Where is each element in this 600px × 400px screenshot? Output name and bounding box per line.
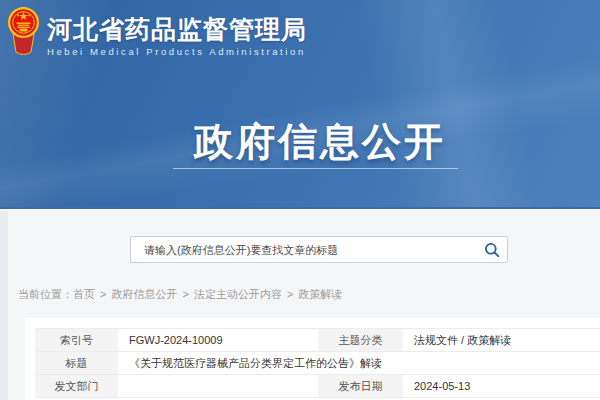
subject-category-value: 法规文件 / 政策解读 [403, 329, 600, 352]
subject-category-label: 主题分类 [318, 329, 403, 352]
issuing-department-value [118, 375, 318, 398]
index-number-label: 索引号 [35, 329, 118, 352]
breadcrumb-item-policy-interpretation: 政策解读 [298, 288, 342, 300]
breadcrumb-item-statutory-disclosure[interactable]: 法定主动公开内容 [194, 288, 282, 300]
document-info-table: 索引号 FGWJ-2024-10009 主题分类 法规文件 / 政策解读 标题 … [35, 328, 600, 398]
breadcrumb-separator: > [182, 288, 188, 300]
banner-title: 政府信息公开 [0, 115, 600, 169]
page: 河北省药品监督管理局 Hebei Medical Products Admini… [0, 0, 600, 400]
issuing-department-label: 发文部门 [35, 375, 118, 398]
page-body: 当前位置：首页>政府信息公开>法定主动公开内容>政策解读 索引号 FGWJ-20… [0, 211, 600, 400]
national-emblem-icon [7, 6, 40, 56]
site-header: 河北省药品监督管理局 Hebei Medical Products Admini… [0, 0, 600, 209]
breadcrumb-item-gov-info[interactable]: 政府信息公开 [111, 288, 177, 300]
publish-date-value: 2024-05-13 [403, 375, 600, 398]
search-input[interactable] [131, 237, 477, 262]
breadcrumb-item-home[interactable]: 首页 [73, 288, 95, 300]
table-row: 发文部门 发布日期 2024-05-13 [35, 375, 600, 398]
breadcrumb-separator: > [100, 288, 106, 300]
table-row: 索引号 FGWJ-2024-10009 主题分类 法规文件 / 政策解读 [35, 329, 600, 352]
publish-date-label: 发布日期 [318, 375, 403, 398]
title-label: 标题 [35, 352, 118, 375]
site-title-block: 河北省药品监督管理局 Hebei Medical Products Admini… [47, 6, 307, 57]
banner-divider [173, 168, 458, 169]
search-box [130, 236, 508, 263]
breadcrumb: 当前位置：首页>政府信息公开>法定主动公开内容>政策解读 [18, 287, 342, 302]
search-icon [484, 242, 500, 258]
site-name-english: Hebei Medical Products Administration [47, 46, 307, 57]
site-logo[interactable]: 河北省药品监督管理局 Hebei Medical Products Admini… [7, 6, 307, 57]
index-number-value: FGWJ-2024-10009 [118, 329, 318, 352]
breadcrumb-separator: > [287, 288, 293, 300]
breadcrumb-label: 当前位置： [18, 288, 73, 300]
title-value: 《关于规范医疗器械产品分类界定工作的公告》解读 [118, 352, 600, 375]
table-row: 标题 《关于规范医疗器械产品分类界定工作的公告》解读 [35, 352, 600, 375]
document-info-panel: 索引号 FGWJ-2024-10009 主题分类 法规文件 / 政策解读 标题 … [25, 318, 600, 400]
site-name: 河北省药品监督管理局 [47, 16, 307, 43]
left-edge-strip [0, 211, 8, 400]
search-button[interactable] [477, 237, 507, 262]
